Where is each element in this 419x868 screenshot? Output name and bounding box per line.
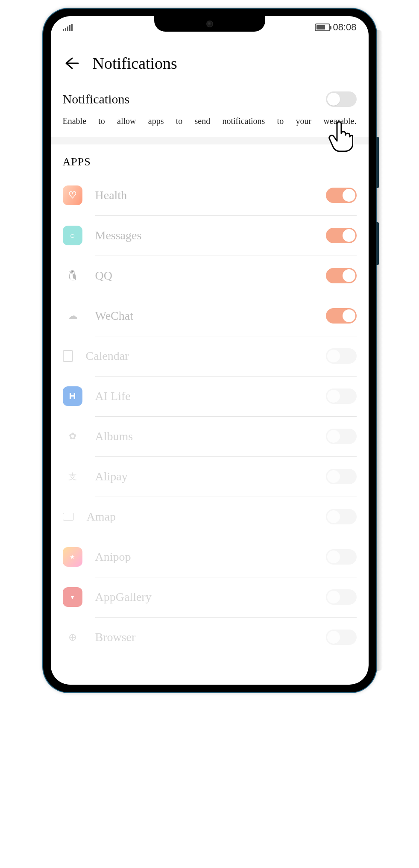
section-divider <box>51 137 369 144</box>
app-toggle-health[interactable] <box>326 188 357 203</box>
pointer-hand-icon <box>328 121 353 152</box>
app-toggle-alipay[interactable] <box>326 469 357 484</box>
app-name-label: Alipay <box>95 470 313 483</box>
master-notifications-label: Notifications <box>63 92 130 106</box>
clock: 08:08 <box>333 22 356 33</box>
apps-section-header: APPS <box>51 144 369 175</box>
app-toggle-anipop[interactable] <box>326 549 357 565</box>
page-title: Notifications <box>93 54 177 73</box>
app-toggle-albums[interactable] <box>326 429 357 444</box>
alipay-icon <box>63 467 82 486</box>
app-toggle-messages[interactable] <box>326 228 357 243</box>
wechat-icon <box>63 306 82 326</box>
master-notifications-toggle[interactable] <box>326 91 357 107</box>
app-name-label: QQ <box>95 269 313 282</box>
albums-icon <box>63 427 82 446</box>
app-toggle-calendar[interactable] <box>326 348 357 364</box>
amap-icon <box>63 513 74 521</box>
app-row-appgallery: AppGallery <box>63 577 357 617</box>
app-toggle-appgallery[interactable] <box>326 589 357 605</box>
calendar-icon <box>63 350 73 362</box>
app-row-albums: Albums <box>63 416 357 456</box>
browser-icon <box>63 627 82 647</box>
app-row-alipay: Alipay <box>63 456 357 497</box>
app-toggle-amap[interactable] <box>326 509 357 524</box>
apps-list: HealthMessagesQQWeChatCalendarAI LifeAlb… <box>51 175 369 657</box>
app-toggle-qq[interactable] <box>326 268 357 283</box>
master-notifications-description: Enable to allow apps to send notificatio… <box>51 111 369 137</box>
app-name-label: WeChat <box>95 309 313 323</box>
shadow <box>376 30 383 671</box>
app-name-label: Anipop <box>95 550 313 564</box>
app-name-label: Calendar <box>86 349 313 363</box>
app-row-calendar: Calendar <box>63 336 357 376</box>
qq-icon <box>63 266 82 285</box>
app-name-label: Messages <box>95 229 313 242</box>
screen: 08:08 Notifications Notifications Enable… <box>51 16 369 685</box>
app-row-qq: QQ <box>63 256 357 296</box>
app-row-wechat: WeChat <box>63 296 357 336</box>
back-arrow-icon <box>64 56 79 71</box>
app-row-browser: Browser <box>63 617 357 657</box>
anipop-icon <box>63 547 82 567</box>
app-row-health: Health <box>63 175 357 215</box>
app-name-label: Browser <box>95 630 313 644</box>
app-toggle-ailife[interactable] <box>326 388 357 404</box>
ailife-icon <box>63 386 82 406</box>
app-name-label: Amap <box>87 510 313 524</box>
app-toggle-browser[interactable] <box>326 630 357 645</box>
appgallery-icon <box>63 587 82 607</box>
battery-icon <box>315 24 330 31</box>
app-name-label: Health <box>95 188 313 202</box>
app-name-label: AI Life <box>95 389 313 403</box>
front-camera <box>206 21 213 27</box>
health-icon <box>63 185 82 205</box>
app-row-messages: Messages <box>63 215 357 256</box>
app-row-anipop: Anipop <box>63 537 357 577</box>
back-button[interactable] <box>63 55 80 72</box>
page-header: Notifications <box>51 37 369 81</box>
app-name-label: Albums <box>95 430 313 443</box>
master-notifications-row: Notifications <box>51 81 369 111</box>
app-name-label: AppGallery <box>95 590 313 604</box>
notch <box>154 16 265 32</box>
app-toggle-wechat[interactable] <box>326 308 357 324</box>
phone-frame: 08:08 Notifications Notifications Enable… <box>43 9 376 692</box>
app-row-amap: Amap <box>63 497 357 537</box>
app-row-ailife: AI Life <box>63 376 357 416</box>
messages-icon <box>63 226 82 245</box>
signal-icon <box>63 24 73 31</box>
